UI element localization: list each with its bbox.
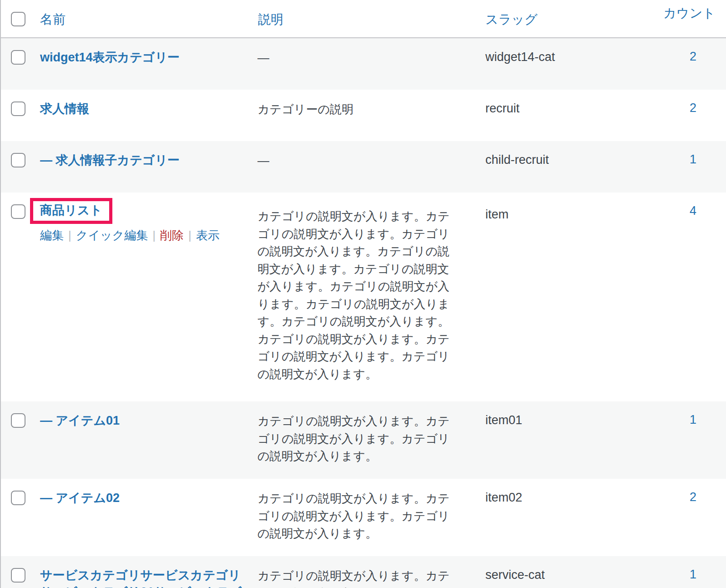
- delete-link[interactable]: 削除: [160, 228, 184, 242]
- category-name-link[interactable]: — アイテム01: [40, 412, 120, 429]
- row-actions: 編集|クイック編集|削除|表示: [40, 228, 257, 243]
- category-slug: item01: [485, 401, 636, 479]
- row-checkbox[interactable]: [11, 568, 25, 583]
- category-description: カテゴリの説明文が入ります。カテゴリの説明文が入ります。カテゴリの説明文が入りま…: [257, 490, 460, 542]
- action-separator: |: [188, 228, 192, 242]
- row-checkbox-cell: [0, 479, 29, 556]
- row-checkbox-cell: [0, 556, 29, 588]
- row-checkbox[interactable]: [11, 204, 25, 219]
- category-slug: item: [485, 193, 636, 401]
- action-separator: |: [68, 228, 71, 242]
- description-cell: カテゴリの説明文が入ります。カテゴリの説明文が入ります。カテゴリの説明文が入りま…: [257, 401, 485, 479]
- row-checkbox-cell: [0, 141, 29, 193]
- row-checkbox-cell: [0, 38, 29, 90]
- category-count-link[interactable]: 1: [690, 152, 696, 166]
- sort-by-count-link[interactable]: カウント: [663, 6, 716, 20]
- row-checkbox[interactable]: [11, 491, 25, 505]
- edit-link[interactable]: 編集: [40, 228, 64, 242]
- count-cell: 2: [636, 479, 726, 556]
- table-row: サービスカテゴリサービスカテゴリサービスカテゴリ01サービスカテゴリ01 カテゴ…: [0, 556, 726, 588]
- category-name-link[interactable]: 商品リスト: [40, 202, 102, 219]
- table-row: — アイテム01 カテゴリの説明文が入ります。カテゴリの説明文が入ります。カテゴ…: [0, 401, 726, 479]
- category-count-link[interactable]: 2: [690, 101, 696, 115]
- name-cell: widget14表示カテゴリー: [29, 38, 257, 90]
- table-row: widget14表示カテゴリー — widget14-cat 2: [0, 38, 726, 90]
- category-slug: widget14-cat: [485, 38, 636, 90]
- column-header-description: 説明: [257, 0, 485, 37]
- category-count-link[interactable]: 4: [690, 204, 696, 218]
- row-checkbox-cell: [0, 401, 29, 479]
- category-description: カテゴリの説明文が入ります。カテゴリの説明文が入ります。カテゴリの説明文が入りま…: [257, 412, 460, 465]
- description-cell: カテゴリの説明文が入ります。カテゴリの説明文が入ります。カテゴリの説明文が入りま…: [257, 193, 485, 401]
- category-description: カテゴリの説明文が入ります。カテゴリの説明文が入ります。カテゴリの説明文が入りま…: [257, 567, 460, 588]
- category-name-link[interactable]: — アイテム02: [40, 490, 120, 507]
- category-slug: recruit: [485, 90, 636, 141]
- name-cell: — 求人情報子カテゴリー: [29, 141, 257, 193]
- category-slug: item02: [485, 479, 636, 556]
- category-name-link[interactable]: widget14表示カテゴリー: [40, 49, 180, 66]
- name-cell: 求人情報: [29, 90, 257, 141]
- row-checkbox[interactable]: [11, 153, 25, 167]
- column-header-slug: スラッグ: [485, 0, 636, 37]
- view-link[interactable]: 表示: [196, 228, 220, 242]
- count-cell: 2: [636, 90, 726, 141]
- column-header-name: 名前: [29, 0, 257, 37]
- table-header-row: 名前 説明 スラッグ カウント: [0, 0, 726, 38]
- table-row-highlighted: 商品リスト 編集|クイック編集|削除|表示 カテゴリの説明文が入ります。カテゴリ…: [0, 193, 726, 401]
- category-description: カテゴリの説明文が入ります。カテゴリの説明文が入ります。カテゴリの説明文が入りま…: [257, 208, 460, 383]
- row-checkbox-cell: [0, 90, 29, 141]
- category-slug: child-recruit: [485, 141, 636, 193]
- table-row: — 求人情報子カテゴリー — child-recruit 1: [0, 141, 726, 193]
- count-cell: 4: [636, 193, 726, 401]
- category-description: カテゴリーの説明: [257, 101, 460, 118]
- row-checkbox[interactable]: [11, 50, 25, 65]
- category-description: —: [257, 49, 460, 67]
- category-count-link[interactable]: 2: [690, 50, 696, 63]
- category-count-link[interactable]: 1: [690, 568, 696, 581]
- table-row: 求人情報 カテゴリーの説明 recruit 2: [0, 90, 726, 141]
- row-checkbox-cell: [0, 193, 29, 401]
- count-cell: 1: [636, 401, 726, 479]
- category-count-link[interactable]: 2: [690, 490, 696, 504]
- category-description: —: [257, 152, 460, 170]
- category-name-link[interactable]: 求人情報: [40, 101, 89, 117]
- action-separator: |: [152, 228, 156, 242]
- count-cell: 1: [636, 556, 726, 588]
- row-checkbox[interactable]: [11, 101, 25, 116]
- description-cell: カテゴリの説明文が入ります。カテゴリの説明文が入ります。カテゴリの説明文が入りま…: [257, 556, 485, 588]
- column-header-count: カウント: [636, 0, 726, 37]
- quick-edit-link[interactable]: クイック編集: [76, 228, 148, 242]
- categories-list-table: 名前 説明 スラッグ カウント widget14表示カテゴリー — widget…: [0, 0, 726, 588]
- sort-by-description-link[interactable]: 説明: [258, 12, 283, 26]
- red-highlight-annotation-box: 商品リスト: [30, 198, 112, 224]
- category-name-link[interactable]: — 求人情報子カテゴリー: [40, 152, 180, 169]
- name-cell: — アイテム02: [29, 479, 257, 556]
- sort-by-slug-link[interactable]: スラッグ: [485, 12, 538, 26]
- description-cell: —: [257, 38, 485, 90]
- category-name-link[interactable]: サービスカテゴリサービスカテゴリサービスカテゴリ01サービスカテゴリ01: [40, 567, 242, 588]
- count-cell: 2: [636, 38, 726, 90]
- description-cell: —: [257, 141, 485, 193]
- header-checkbox-cell: [0, 0, 29, 37]
- name-cell: — アイテム01: [29, 401, 257, 479]
- table-left-border: [0, 0, 1, 588]
- name-cell: 商品リスト 編集|クイック編集|削除|表示: [29, 193, 257, 401]
- name-cell: サービスカテゴリサービスカテゴリサービスカテゴリ01サービスカテゴリ01: [29, 556, 257, 588]
- select-all-checkbox[interactable]: [11, 12, 25, 26]
- table-row: — アイテム02 カテゴリの説明文が入ります。カテゴリの説明文が入ります。カテゴ…: [0, 479, 726, 556]
- category-slug: service-cat: [485, 556, 636, 588]
- count-cell: 1: [636, 141, 726, 193]
- row-checkbox[interactable]: [11, 413, 25, 428]
- category-count-link[interactable]: 1: [690, 413, 696, 426]
- description-cell: カテゴリーの説明: [257, 90, 485, 141]
- sort-by-name-link[interactable]: 名前: [40, 12, 66, 26]
- description-cell: カテゴリの説明文が入ります。カテゴリの説明文が入ります。カテゴリの説明文が入りま…: [257, 479, 485, 556]
